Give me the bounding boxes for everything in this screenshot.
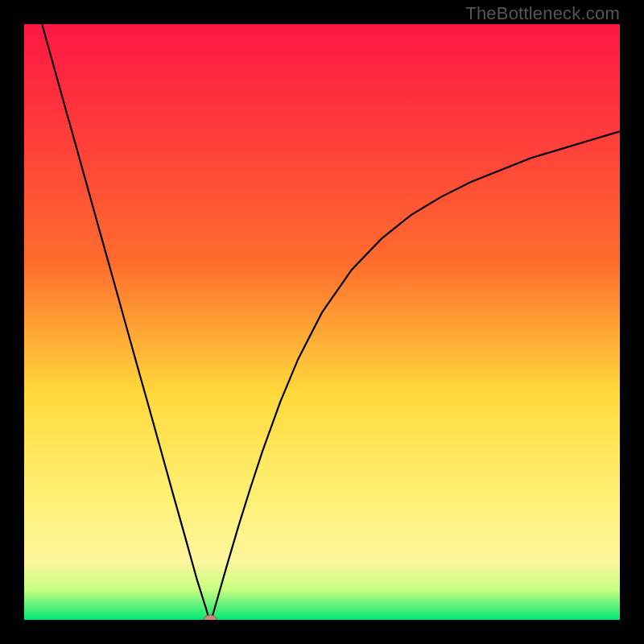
optimum-marker bbox=[204, 615, 217, 620]
plot-area bbox=[24, 24, 620, 620]
bottleneck-curve bbox=[24, 24, 620, 620]
chart-frame: TheBottleneck.com bbox=[0, 0, 644, 644]
watermark-text: TheBottleneck.com bbox=[465, 3, 620, 24]
